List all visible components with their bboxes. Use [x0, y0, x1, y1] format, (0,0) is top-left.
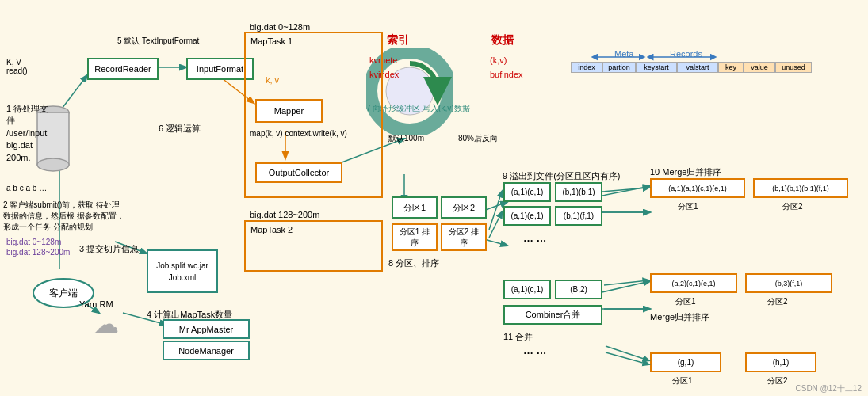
svg-line-30 [489, 192, 502, 230]
map-write-label: map(k, v) context.write(k, v) [250, 128, 347, 139]
mapper-box: Mapper [255, 99, 323, 123]
kv-data-label: (k,v) [490, 55, 507, 65]
merge2-label: Merge归并排序 [650, 311, 709, 323]
index-title: 索引 [387, 33, 409, 48]
maptask2-label: MapTask 2 [250, 225, 293, 234]
combiner-merge-box: Combiner合并 [503, 305, 602, 325]
combine-result1-box: (a,2)(c,1)(e,1) [650, 273, 737, 293]
bigdat-header-label: big.dat 0~128m [250, 22, 310, 32]
kv-read-label: K, Vread() [6, 58, 28, 75]
slice-info-label: 3 提交切片信息 [79, 243, 139, 255]
index-col: index [571, 62, 602, 73]
merge-result2-box: (b,1)(b,1)(b,1)(f,1) [753, 178, 848, 198]
svg-line-31 [489, 212, 502, 238]
key-col: key [718, 62, 744, 73]
submit-info-label: 2 客户端submit()前，获取 待处理数据的信息，然后根 据参数配置，形成一… [3, 200, 126, 233]
svg-line-8 [598, 186, 650, 196]
partition2-box: 分区2 [441, 196, 487, 219]
spill1b-box: (b,1)(b,1) [555, 182, 602, 202]
spill2b-box: (b,1)(f,1) [555, 206, 602, 226]
maptask2-box: MapTask 2 [244, 220, 383, 272]
yarn-rm-label: Yarn RM [79, 299, 113, 309]
svg-line-10 [598, 281, 650, 293]
merge-label: 10 Merge归并排序 [650, 166, 721, 178]
partion-col: partion [602, 62, 636, 73]
sort-label: 8 分区、排序 [388, 257, 439, 269]
unused-col: unused [775, 62, 812, 73]
spill2a-box: (a,1)(e,1) [503, 206, 551, 226]
file-data-label: a b c a b … [6, 182, 47, 194]
svg-line-29 [606, 352, 648, 364]
svg-line-24 [602, 188, 648, 192]
index-table: index partion keystart valstart key valu… [571, 62, 812, 73]
combine2-box: (B,2) [555, 280, 602, 299]
area4-label: 分区2 [767, 296, 788, 307]
recordreader-box: RecordReader [87, 58, 159, 80]
big2-label: big.dat 128~200m [6, 248, 70, 257]
final-area2-label: 分区2 [767, 375, 788, 386]
dots2-label: … … [523, 345, 547, 356]
maptask1-label: MapTask 1 [250, 36, 293, 46]
merge-result1-box: (a,1)(a,1)(c,1)(e,1) [650, 178, 745, 198]
area3-label: 分区1 [675, 296, 696, 307]
bufindex-label: bufindex [490, 70, 523, 79]
combine1-box: (a,1)(c,1) [503, 280, 551, 299]
final-merge2-box: (h,1) [745, 352, 816, 372]
dots1-label: … … [523, 232, 547, 244]
data-title: 数据 [491, 33, 514, 48]
cloud-icon: ☁ [94, 309, 119, 339]
meta-label: Meta [614, 49, 633, 59]
combine-result2-box: (b,3)(f,1) [745, 273, 832, 293]
svg-line-26 [604, 280, 648, 285]
pct80-reverse-label: 80%后反向 [458, 133, 498, 144]
svg-line-28 [606, 346, 648, 360]
partition2-sort-box: 分区2 排序 [441, 223, 487, 251]
final-merge1-box: (g,1) [650, 352, 721, 372]
final-area1-label: 分区1 [672, 375, 693, 386]
partition1-sort-box: 分区1 排序 [392, 223, 438, 251]
big1-label: big.dat 0~128m [6, 238, 61, 246]
default-textinput-label: 5 默认 TextInputFormat [117, 36, 199, 47]
job-split-box: Job.split wc.jar Job.xml [147, 249, 218, 293]
records-label: Records [670, 49, 702, 59]
partition1-box: 分区1 [392, 196, 438, 219]
svg-text:客户端: 客户端 [49, 287, 78, 299]
valstart-col: valstart [677, 62, 718, 73]
spill-label: 9 溢出到文件(分区且区内有序) [503, 170, 621, 182]
nodemanager-box: NodeManager [163, 341, 250, 360]
merge11-label: 11 合并 [503, 331, 533, 343]
file-info-label: 1 待处理文件 /user/input big.dat 200m. [6, 103, 54, 164]
keystart-col: keystart [636, 62, 677, 73]
area2-label: 分区2 [782, 201, 803, 212]
spill1a-box: (a,1)(c,1) [503, 182, 551, 202]
diagram: 1 待处理文件 /user/input big.dat 200m. a b c … [0, 0, 868, 396]
footer: CSDN @12十二12 [795, 383, 862, 394]
area1-label: 分区1 [678, 201, 698, 212]
value-col: value [744, 62, 775, 73]
logic-op-label: 6 逻辑运算 [159, 123, 201, 135]
default-100m-label: 默认100m [388, 133, 424, 144]
mr-appmaster-box: Mr AppMaster [163, 319, 250, 339]
outputcollector-box: OutputCollector [255, 162, 342, 183]
bigdat-header2-label: big.dat 128~200m [250, 210, 319, 219]
